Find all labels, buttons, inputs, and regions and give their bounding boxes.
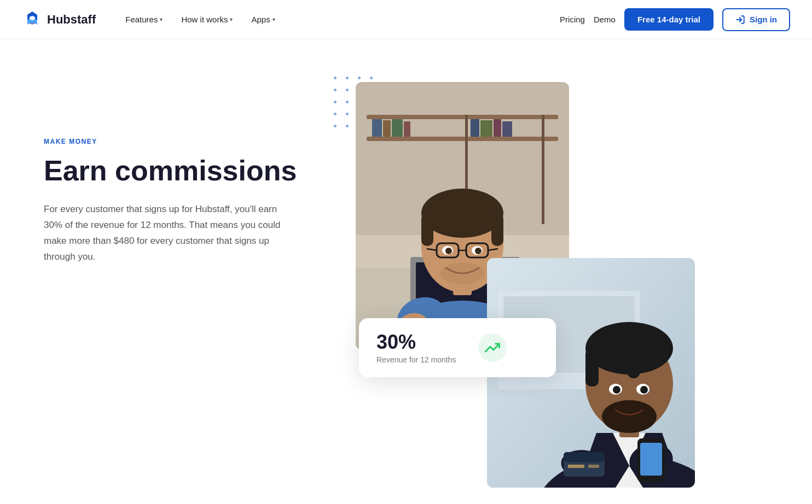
nav-how-it-works-label: How it works	[181, 15, 228, 24]
hero-description: For every customer that signs up for Hub…	[44, 202, 285, 265]
svg-rect-62	[568, 465, 584, 468]
svg-rect-61	[564, 452, 605, 462]
svg-rect-11	[471, 119, 479, 137]
navbar: Hubstaff Features ▾ How it works ▾ Apps …	[0, 0, 812, 39]
dot	[334, 77, 337, 79]
brand-name: Hubstaff	[47, 13, 96, 27]
svg-point-32	[445, 248, 452, 254]
logo-link[interactable]: Hubstaff	[22, 9, 96, 30]
svg-rect-14	[502, 121, 512, 137]
svg-rect-9	[392, 119, 403, 137]
svg-rect-50	[627, 345, 640, 378]
nav-features[interactable]: Features ▾	[118, 10, 170, 28]
svg-point-55	[640, 386, 648, 394]
nav-features-label: Features	[125, 15, 158, 24]
svg-point-22	[421, 189, 503, 238]
stats-percent-value: 30%	[376, 331, 456, 353]
svg-rect-6	[542, 115, 544, 224]
svg-point-33	[475, 248, 482, 254]
svg-rect-7	[372, 119, 382, 137]
svg-rect-49	[585, 348, 599, 386]
dot	[346, 89, 349, 91]
nav-pricing[interactable]: Pricing	[560, 15, 585, 24]
dot	[334, 89, 337, 91]
hero-section: MAKE MONEY Earn commissions For every cu…	[0, 39, 812, 504]
stats-card: 30% Revenue for 12 months	[359, 318, 556, 377]
svg-rect-58	[640, 443, 662, 476]
hero-images: 30% Revenue for 12 months	[317, 72, 790, 504]
dot	[370, 77, 373, 79]
hero-title: Earn commissions	[44, 155, 317, 186]
svg-rect-12	[480, 120, 492, 137]
svg-rect-23	[421, 213, 433, 246]
dot	[334, 125, 337, 127]
apps-chevron-icon: ▾	[272, 16, 275, 22]
nav-how-it-works[interactable]: How it works ▾	[173, 10, 240, 28]
hero-content: MAKE MONEY Earn commissions For every cu…	[44, 72, 317, 265]
dot	[334, 113, 337, 115]
svg-rect-3	[367, 115, 558, 119]
eyebrow-label: MAKE MONEY	[44, 138, 317, 145]
dot	[346, 101, 349, 103]
stats-revenue-label: Revenue for 12 months	[376, 355, 456, 364]
nav-left-items: Features ▾ How it works ▾ Apps ▾	[118, 10, 560, 28]
hubstaff-logo-icon	[22, 9, 43, 30]
trending-up-icon	[478, 333, 507, 362]
sign-in-button[interactable]: Sign in	[722, 8, 790, 31]
svg-rect-8	[383, 120, 391, 137]
nav-right-items: Pricing Demo Free 14-day trial Sign in	[560, 8, 790, 31]
dot	[358, 77, 361, 79]
how-it-works-chevron-icon: ▾	[230, 16, 233, 22]
svg-rect-4	[367, 137, 558, 141]
features-chevron-icon: ▾	[160, 16, 163, 22]
nav-apps-label: Apps	[251, 15, 270, 24]
svg-rect-24	[491, 213, 503, 246]
dot	[334, 101, 337, 103]
svg-point-34	[440, 262, 484, 284]
svg-rect-10	[404, 121, 410, 137]
svg-rect-13	[494, 119, 501, 137]
dot	[346, 125, 349, 127]
signin-icon	[735, 15, 745, 25]
free-trial-button[interactable]: Free 14-day trial	[624, 8, 714, 31]
dot	[346, 113, 349, 115]
svg-point-51	[602, 400, 657, 433]
svg-point-54	[613, 386, 620, 394]
svg-rect-63	[588, 465, 599, 468]
stats-text-block: 30% Revenue for 12 months	[376, 331, 456, 364]
nav-demo[interactable]: Demo	[594, 15, 616, 24]
dot	[346, 77, 349, 79]
nav-apps[interactable]: Apps ▾	[243, 10, 282, 28]
